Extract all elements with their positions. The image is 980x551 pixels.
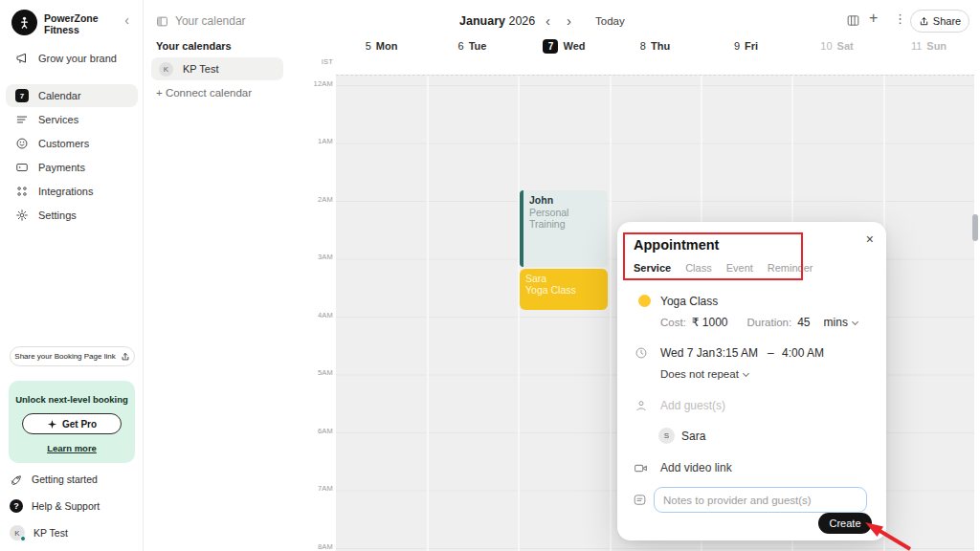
day-num: 10: [820, 40, 832, 52]
duration-value[interactable]: 45: [797, 316, 810, 329]
learn-more-link[interactable]: Learn more: [47, 443, 97, 453]
sidebar-item-label: Calendar: [38, 90, 81, 101]
calendars-panel-title: Your calendars: [156, 40, 232, 52]
kebab-menu-icon[interactable]: ⋮: [894, 11, 906, 26]
calendar-view-toggle[interactable]: Your calendar: [156, 14, 246, 28]
duration-unit: mins: [824, 316, 848, 329]
share-booking-label: Share your Booking Page link: [14, 352, 115, 361]
gear-icon: [15, 209, 29, 222]
event-personal-training[interactable]: John Personal Training: [520, 190, 608, 267]
day-header-sat[interactable]: 10Sat: [791, 38, 882, 54]
service-name[interactable]: Yoga Class: [660, 295, 718, 308]
end-time-field[interactable]: 4:00 AM: [782, 346, 824, 360]
calendar-date-icon: 7: [15, 89, 29, 102]
create-button[interactable]: Create: [818, 513, 872, 534]
time-tick: 5AM: [295, 368, 333, 377]
next-week-button[interactable]: ›: [567, 12, 571, 29]
time-tick: 2AM: [295, 195, 333, 204]
day-header-tue[interactable]: 6Tue: [427, 38, 518, 54]
help-icon: ?: [10, 499, 23, 513]
day-name: Fri: [745, 40, 758, 52]
day-header-fri[interactable]: 9Fri: [701, 38, 791, 54]
guest-avatar: S: [658, 428, 675, 444]
user-account-item[interactable]: K KP Test: [10, 522, 134, 543]
card-icon: [15, 161, 29, 174]
prev-week-button[interactable]: ‹: [546, 12, 550, 29]
help-support-item[interactable]: ? Help & Support: [10, 496, 134, 517]
sidebar-item-integrations[interactable]: Integrations: [6, 180, 138, 203]
time-tick: 1AM: [295, 137, 333, 145]
event-title: Sara: [525, 273, 602, 284]
calendar-list-item[interactable]: K KP Test: [151, 57, 283, 80]
smiley-icon: [15, 137, 29, 150]
sidebar-item-services[interactable]: Services: [6, 108, 138, 131]
column-separator: [427, 76, 429, 551]
time-tick: 7AM: [295, 484, 333, 493]
list-icon: [15, 113, 29, 126]
repeat-label: Does not repeat: [660, 368, 739, 380]
megaphone-icon: [15, 52, 29, 65]
add-guests-field[interactable]: Add guest(s): [660, 399, 725, 412]
view-switch-icon[interactable]: [846, 13, 860, 32]
sidebar-item-label: Services: [38, 114, 78, 125]
get-pro-button[interactable]: Get Pro: [22, 413, 122, 434]
repeat-select[interactable]: Does not repeat: [660, 368, 748, 380]
cost-duration-row: Cost: ₹ 1000 Duration: 45 mins: [660, 316, 858, 329]
sidebar-item-customers[interactable]: Customers: [6, 132, 138, 155]
share-booking-page-button[interactable]: Share your Booking Page link: [10, 346, 135, 366]
day-header-thu[interactable]: 8Thu: [610, 38, 701, 54]
duration-unit-select[interactable]: mins: [824, 316, 858, 329]
month-year-title: January 2026: [459, 14, 535, 28]
appointment-popup: × Appointment Service Class Event Remind…: [617, 222, 886, 540]
notes-icon: [633, 493, 647, 511]
close-icon[interactable]: ×: [866, 231, 874, 247]
day-header-wed-selected[interactable]: 7Wed: [519, 38, 610, 54]
sidebar-item-calendar[interactable]: 7 Calendar: [6, 84, 138, 107]
date-field[interactable]: Wed 7 Jan: [660, 346, 715, 360]
sidebar-collapse-icon[interactable]: ‹: [124, 12, 129, 28]
share-label: Share: [933, 15, 961, 27]
guest-name[interactable]: Sara: [681, 430, 705, 443]
cost-value[interactable]: ₹ 1000: [692, 316, 728, 329]
rocket-icon: [10, 473, 23, 486]
add-video-link[interactable]: Add video link: [660, 461, 732, 474]
start-time-field[interactable]: 3:15 AM: [716, 346, 758, 360]
avatar-initial: K: [14, 529, 19, 538]
selected-day-badge: 7: [543, 39, 558, 54]
sidebar-item-grow-brand[interactable]: Grow your brand: [6, 47, 138, 70]
add-event-icon[interactable]: +: [869, 10, 878, 27]
getting-started-item[interactable]: Getting started: [10, 469, 134, 490]
user-label: KP Test: [33, 527, 68, 539]
connect-calendar-link[interactable]: + Connect calendar: [156, 87, 252, 99]
day-name: Sat: [837, 40, 854, 52]
event-title: John: [529, 194, 602, 206]
today-button[interactable]: Today: [595, 15, 625, 27]
tab-class[interactable]: Class: [685, 262, 712, 280]
day-num: 5: [366, 40, 371, 52]
event-yoga-class[interactable]: Sara Yoga Class: [520, 269, 608, 310]
upload-icon: [121, 352, 130, 362]
panel-icon: [156, 15, 168, 28]
service-color-dot: [638, 295, 651, 307]
share-button[interactable]: Share: [910, 10, 969, 33]
view-label: Your calendar: [175, 14, 246, 28]
event-subtitle: Yoga Class: [525, 284, 602, 296]
year-label: 2026: [508, 14, 535, 28]
chevron-down-icon: [852, 319, 858, 325]
tab-event[interactable]: Event: [726, 262, 753, 280]
help-support-label: Help & Support: [32, 500, 100, 512]
spark-icon: [47, 419, 57, 430]
sidebar-item-settings[interactable]: Settings: [6, 204, 138, 227]
day-num: 11: [911, 40, 922, 52]
time-tick: 8AM: [295, 542, 333, 551]
day-header-mon[interactable]: 5Mon: [336, 38, 427, 54]
tab-reminder[interactable]: Reminder: [768, 262, 813, 280]
tab-service[interactable]: Service: [634, 262, 671, 280]
sidebar-item-payments[interactable]: Payments: [6, 156, 138, 179]
column-separator: [518, 76, 520, 551]
day-num: 8: [640, 40, 646, 52]
vertical-scrollbar[interactable]: [972, 214, 978, 241]
day-header-sun[interactable]: 11Sun: [883, 38, 974, 54]
notes-input[interactable]: [654, 487, 867, 513]
sidebar-item-label: Customers: [38, 138, 89, 149]
